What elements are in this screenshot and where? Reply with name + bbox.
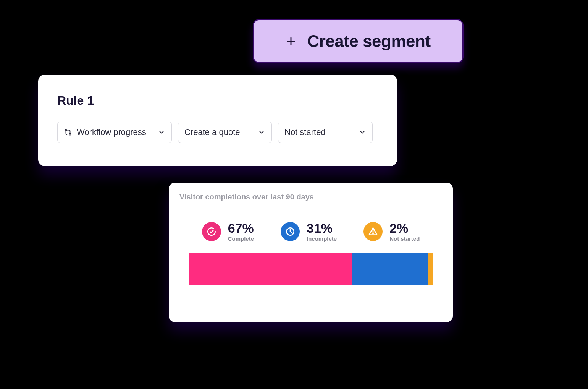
plus-icon	[286, 36, 296, 47]
chevron-down-icon	[359, 128, 366, 136]
rule-select-workflow[interactable]: Create a quote	[178, 122, 272, 143]
rule-select-attribute[interactable]: Workflow progress	[57, 122, 172, 143]
stat-not-started-value: 2%	[389, 222, 408, 235]
completion-card-title: Visitor completions over last 90 days	[169, 183, 453, 210]
rule-select-status-label: Not started	[284, 127, 326, 137]
stat-not-started-label: Not started	[389, 235, 420, 242]
stat-incomplete: 31% Incomplete	[281, 222, 337, 242]
stat-complete-value: 67%	[228, 222, 254, 235]
completion-stats-row: 67% Complete 31% Incomplete	[169, 210, 453, 250]
clock-icon	[281, 222, 300, 241]
check-circle-icon	[202, 222, 221, 241]
rule-card: Rule 1 Workflow progress Create a quote	[38, 75, 397, 166]
completion-bar-wrap	[169, 250, 453, 297]
chevron-down-icon	[158, 128, 165, 136]
stat-complete: 67% Complete	[202, 222, 254, 242]
completion-card: Visitor completions over last 90 days 67…	[169, 183, 453, 322]
stat-incomplete-value: 31%	[307, 222, 333, 235]
rule-select-status[interactable]: Not started	[278, 122, 373, 143]
create-segment-label: Create segment	[307, 32, 430, 51]
create-segment-button[interactable]: Create segment	[253, 19, 464, 63]
alert-triangle-icon	[363, 222, 383, 241]
chevron-down-icon	[258, 128, 265, 136]
workflow-icon	[64, 128, 72, 136]
rule-title: Rule 1	[57, 94, 378, 108]
stat-complete-label: Complete	[228, 235, 254, 242]
stat-not-started: 2% Not started	[363, 222, 420, 242]
rule-select-attribute-label: Workflow progress	[77, 127, 146, 137]
completion-bar-chart	[189, 253, 433, 285]
rule-select-workflow-label: Create a quote	[184, 127, 240, 137]
rule-selects-row: Workflow progress Create a quote Not sta…	[57, 122, 378, 143]
svg-point-6	[373, 233, 373, 234]
bar-segment-not-started	[428, 253, 433, 285]
bar-segment-complete	[189, 253, 352, 285]
bar-segment-incomplete	[352, 253, 428, 285]
stat-incomplete-label: Incomplete	[307, 235, 337, 242]
